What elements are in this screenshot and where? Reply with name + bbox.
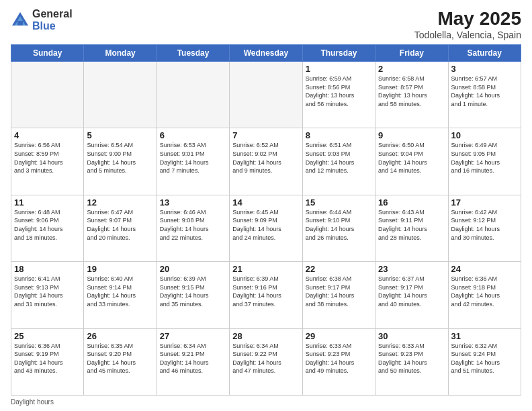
table-row: 18Sunrise: 6:41 AM Sunset: 9:13 PM Dayli… xyxy=(11,262,84,328)
day-number: 29 xyxy=(306,331,372,341)
day-number: 23 xyxy=(378,264,445,274)
table-row xyxy=(157,62,229,128)
table-row: 15Sunrise: 6:44 AM Sunset: 9:10 PM Dayli… xyxy=(302,195,375,261)
day-info: Sunrise: 6:44 AM Sunset: 9:10 PM Dayligh… xyxy=(306,208,372,242)
day-number: 31 xyxy=(451,331,518,341)
day-number: 10 xyxy=(451,130,518,140)
day-info: Sunrise: 6:34 AM Sunset: 9:21 PM Dayligh… xyxy=(160,342,226,375)
table-row: 1Sunrise: 6:59 AM Sunset: 8:56 PM Daylig… xyxy=(302,62,375,128)
table-row: 11Sunrise: 6:48 AM Sunset: 9:06 PM Dayli… xyxy=(11,195,84,261)
table-row: 4Sunrise: 6:56 AM Sunset: 8:59 PM Daylig… xyxy=(11,128,84,195)
day-info: Sunrise: 6:39 AM Sunset: 9:16 PM Dayligh… xyxy=(232,275,299,308)
logo-general-text: General xyxy=(32,8,73,20)
day-number: 20 xyxy=(160,264,226,274)
day-number: 3 xyxy=(451,64,518,74)
day-number: 14 xyxy=(232,197,299,208)
table-row: 12Sunrise: 6:47 AM Sunset: 9:07 PM Dayli… xyxy=(84,195,157,261)
table-row: 22Sunrise: 6:38 AM Sunset: 9:17 PM Dayli… xyxy=(302,262,375,328)
day-info: Sunrise: 6:53 AM Sunset: 9:01 PM Dayligh… xyxy=(160,141,226,175)
day-info: Sunrise: 6:37 AM Sunset: 9:17 PM Dayligh… xyxy=(378,275,445,308)
table-row xyxy=(11,62,84,128)
day-info: Sunrise: 6:59 AM Sunset: 8:56 PM Dayligh… xyxy=(306,75,372,108)
day-number: 7 xyxy=(232,130,299,140)
day-info: Sunrise: 6:43 AM Sunset: 9:11 PM Dayligh… xyxy=(378,208,445,242)
day-number: 5 xyxy=(87,130,153,140)
table-row: 25Sunrise: 6:36 AM Sunset: 9:19 PM Dayli… xyxy=(11,328,84,395)
title-block: May 2025 Todolella, Valencia, Spain xyxy=(414,8,521,40)
footer-text: Daylight hours xyxy=(11,398,54,406)
table-row: 14Sunrise: 6:45 AM Sunset: 9:09 PM Dayli… xyxy=(230,195,302,261)
day-info: Sunrise: 6:58 AM Sunset: 8:57 PM Dayligh… xyxy=(378,75,445,108)
table-row: 6Sunrise: 6:53 AM Sunset: 9:01 PM Daylig… xyxy=(157,128,229,195)
logo-text: General Blue xyxy=(32,8,73,32)
day-number: 11 xyxy=(14,197,81,208)
table-row: 30Sunrise: 6:33 AM Sunset: 9:23 PM Dayli… xyxy=(375,328,448,395)
table-row: 26Sunrise: 6:35 AM Sunset: 9:20 PM Dayli… xyxy=(84,328,157,395)
day-info: Sunrise: 6:49 AM Sunset: 9:05 PM Dayligh… xyxy=(451,141,518,175)
calendar-header-friday: Friday xyxy=(375,45,448,62)
table-row: 23Sunrise: 6:37 AM Sunset: 9:17 PM Dayli… xyxy=(375,262,448,328)
day-info: Sunrise: 6:38 AM Sunset: 9:17 PM Dayligh… xyxy=(306,275,372,308)
table-row: 20Sunrise: 6:39 AM Sunset: 9:15 PM Dayli… xyxy=(157,262,229,328)
calendar-header-sunday: Sunday xyxy=(11,45,84,62)
calendar-header-tuesday: Tuesday xyxy=(157,45,229,62)
calendar-week-row: 4Sunrise: 6:56 AM Sunset: 8:59 PM Daylig… xyxy=(11,128,521,195)
calendar-header-wednesday: Wednesday xyxy=(230,45,302,62)
day-info: Sunrise: 6:47 AM Sunset: 9:07 PM Dayligh… xyxy=(87,208,153,242)
calendar-header-row: SundayMondayTuesdayWednesdayThursdayFrid… xyxy=(11,45,521,62)
table-row xyxy=(84,62,157,128)
day-info: Sunrise: 6:54 AM Sunset: 9:00 PM Dayligh… xyxy=(87,141,153,175)
day-number: 28 xyxy=(232,331,299,341)
day-number: 8 xyxy=(306,130,372,140)
day-info: Sunrise: 6:52 AM Sunset: 9:02 PM Dayligh… xyxy=(232,141,299,175)
day-number: 9 xyxy=(378,130,445,140)
day-info: Sunrise: 6:36 AM Sunset: 9:18 PM Dayligh… xyxy=(451,275,518,308)
day-info: Sunrise: 6:51 AM Sunset: 9:03 PM Dayligh… xyxy=(306,141,372,175)
day-info: Sunrise: 6:56 AM Sunset: 8:59 PM Dayligh… xyxy=(14,141,81,175)
day-number: 17 xyxy=(451,197,518,208)
day-info: Sunrise: 6:45 AM Sunset: 9:09 PM Dayligh… xyxy=(232,208,299,242)
page-title: May 2025 xyxy=(414,8,521,30)
day-number: 22 xyxy=(306,264,372,274)
day-number: 25 xyxy=(14,331,81,341)
day-number: 4 xyxy=(14,130,81,140)
table-row: 17Sunrise: 6:42 AM Sunset: 9:12 PM Dayli… xyxy=(448,195,521,261)
day-number: 12 xyxy=(87,197,153,208)
table-row: 2Sunrise: 6:58 AM Sunset: 8:57 PM Daylig… xyxy=(375,62,448,128)
day-info: Sunrise: 6:48 AM Sunset: 9:06 PM Dayligh… xyxy=(14,208,81,242)
day-number: 16 xyxy=(378,197,445,208)
logo: General Blue xyxy=(11,8,73,32)
table-row: 10Sunrise: 6:49 AM Sunset: 9:05 PM Dayli… xyxy=(448,128,521,195)
header: General Blue May 2025 Todolella, Valenci… xyxy=(11,8,521,40)
day-info: Sunrise: 6:34 AM Sunset: 9:22 PM Dayligh… xyxy=(232,342,299,375)
table-row: 19Sunrise: 6:40 AM Sunset: 9:14 PM Dayli… xyxy=(84,262,157,328)
day-info: Sunrise: 6:39 AM Sunset: 9:15 PM Dayligh… xyxy=(160,275,226,308)
day-info: Sunrise: 6:40 AM Sunset: 9:14 PM Dayligh… xyxy=(87,275,153,308)
table-row: 3Sunrise: 6:57 AM Sunset: 8:58 PM Daylig… xyxy=(448,62,521,128)
table-row: 9Sunrise: 6:50 AM Sunset: 9:04 PM Daylig… xyxy=(375,128,448,195)
calendar-header-thursday: Thursday xyxy=(302,45,375,62)
day-info: Sunrise: 6:35 AM Sunset: 9:20 PM Dayligh… xyxy=(87,342,153,375)
calendar-header-monday: Monday xyxy=(84,45,157,62)
logo-blue-text: Blue xyxy=(32,20,73,32)
day-info: Sunrise: 6:42 AM Sunset: 9:12 PM Dayligh… xyxy=(451,208,518,242)
table-row: 27Sunrise: 6:34 AM Sunset: 9:21 PM Dayli… xyxy=(157,328,229,395)
calendar-week-row: 1Sunrise: 6:59 AM Sunset: 8:56 PM Daylig… xyxy=(11,62,521,128)
table-row: 28Sunrise: 6:34 AM Sunset: 9:22 PM Dayli… xyxy=(230,328,302,395)
table-row: 5Sunrise: 6:54 AM Sunset: 9:00 PM Daylig… xyxy=(84,128,157,195)
table-row: 24Sunrise: 6:36 AM Sunset: 9:18 PM Dayli… xyxy=(448,262,521,328)
calendar-week-row: 18Sunrise: 6:41 AM Sunset: 9:13 PM Dayli… xyxy=(11,262,521,328)
day-info: Sunrise: 6:32 AM Sunset: 9:24 PM Dayligh… xyxy=(451,342,518,375)
day-info: Sunrise: 6:50 AM Sunset: 9:04 PM Dayligh… xyxy=(378,141,445,175)
day-info: Sunrise: 6:33 AM Sunset: 9:23 PM Dayligh… xyxy=(306,342,372,375)
day-number: 21 xyxy=(232,264,299,274)
footer-note: Daylight hours xyxy=(11,398,521,406)
page: General Blue May 2025 Todolella, Valenci… xyxy=(0,0,532,411)
day-number: 15 xyxy=(306,197,372,208)
day-info: Sunrise: 6:57 AM Sunset: 8:58 PM Dayligh… xyxy=(451,75,518,108)
day-number: 24 xyxy=(451,264,518,274)
table-row xyxy=(230,62,302,128)
calendar-week-row: 11Sunrise: 6:48 AM Sunset: 9:06 PM Dayli… xyxy=(11,195,521,261)
logo-icon xyxy=(11,11,30,30)
table-row: 21Sunrise: 6:39 AM Sunset: 9:16 PM Dayli… xyxy=(230,262,302,328)
